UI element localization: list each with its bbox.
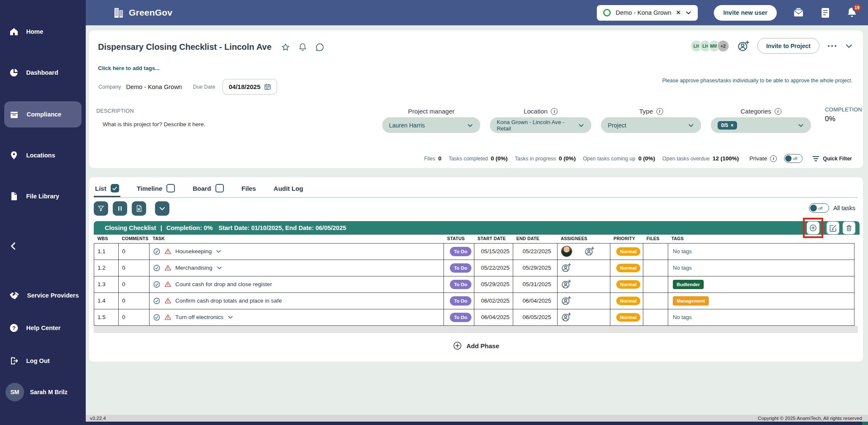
- delete-phase-button[interactable]: [843, 222, 855, 234]
- info-icon[interactable]: i: [770, 155, 777, 162]
- status-pill[interactable]: To Do: [450, 263, 472, 273]
- check-circle-icon[interactable]: [153, 281, 161, 288]
- chevron-down-icon[interactable]: [215, 248, 222, 254]
- sidebar-item-log-out[interactable]: Log Out: [0, 351, 86, 371]
- invite-to-project-button[interactable]: Invite to Project: [757, 38, 819, 54]
- list-checkbox[interactable]: [111, 184, 119, 192]
- check-circle-icon[interactable]: [153, 264, 161, 272]
- task-name[interactable]: Turn off electronics: [175, 314, 223, 320]
- more-options-icon[interactable]: [827, 44, 837, 48]
- chip-close-icon[interactable]: ×: [731, 122, 734, 128]
- files-cell[interactable]: [643, 309, 668, 325]
- end-date-cell[interactable]: 06/05/2025: [513, 309, 558, 325]
- tab-files[interactable]: Files: [240, 184, 257, 197]
- tab-board[interactable]: Board: [191, 183, 225, 197]
- add-assignee-icon[interactable]: [561, 312, 571, 322]
- end-date-cell[interactable]: 06/04/2025: [513, 292, 558, 309]
- check-circle-icon[interactable]: [153, 248, 161, 255]
- notes-icon[interactable]: [820, 7, 830, 19]
- sidebar-item-compliance[interactable]: Compliance: [4, 101, 82, 127]
- end-date-cell[interactable]: 05/29/2025: [513, 260, 558, 276]
- end-date-cell[interactable]: 05/22/2025: [513, 243, 558, 260]
- files-cell[interactable]: [643, 243, 668, 260]
- task-name[interactable]: Confirm cash drop totals and place in sa…: [175, 298, 282, 304]
- tag-pill[interactable]: Budtender: [673, 280, 704, 289]
- comments-cell[interactable]: 0: [119, 260, 150, 276]
- task-name[interactable]: Merchandising: [175, 265, 212, 271]
- comments-cell[interactable]: 0: [119, 243, 150, 260]
- categories-chip[interactable]: 0/5×: [718, 121, 737, 130]
- task-name[interactable]: Housekeeping: [175, 248, 212, 254]
- priority-pill[interactable]: Normal: [616, 297, 641, 305]
- private-toggle[interactable]: off: [784, 154, 803, 163]
- sidebar-collapse-button[interactable]: [0, 236, 86, 256]
- all-tasks-toggle[interactable]: off: [809, 203, 829, 213]
- location-select[interactable]: Kona Grown - Lincoln Ave - Retail: [490, 117, 591, 133]
- files-cell[interactable]: [643, 260, 668, 276]
- add-member-icon[interactable]: [737, 40, 750, 52]
- company-selector[interactable]: Demo - Kona Grown ✕: [597, 5, 698, 21]
- comment-icon[interactable]: [315, 43, 324, 52]
- sidebar-item-help-center[interactable]: ? Help Center: [0, 318, 86, 338]
- end-date-cell[interactable]: 05/31/2025: [513, 276, 558, 292]
- priority-pill[interactable]: Normal: [616, 280, 641, 289]
- comments-cell[interactable]: 0: [119, 292, 150, 309]
- edit-phase-button[interactable]: [827, 222, 839, 234]
- clear-company-icon[interactable]: ✕: [676, 9, 681, 16]
- sidebar-item-service-providers[interactable]: Service Providers: [0, 285, 86, 306]
- filter-button[interactable]: [94, 201, 108, 216]
- chevron-down-icon[interactable]: [227, 314, 234, 320]
- horizontal-scrollbar[interactable]: [94, 326, 858, 333]
- info-icon[interactable]: i: [551, 108, 558, 115]
- start-date-cell[interactable]: 06/04/2025: [474, 309, 513, 325]
- check-circle-icon[interactable]: [153, 297, 161, 305]
- timeline-checkbox[interactable]: [166, 184, 175, 192]
- star-icon[interactable]: [281, 43, 290, 52]
- info-icon[interactable]: i: [775, 108, 781, 115]
- type-select[interactable]: Project: [601, 117, 701, 133]
- assignee-avatar-photo[interactable]: [561, 246, 572, 257]
- priority-pill[interactable]: Normal: [616, 247, 641, 256]
- tab-list[interactable]: List: [94, 183, 120, 197]
- add-phase-button[interactable]: Add Phase: [89, 341, 863, 350]
- bell-outline-icon[interactable]: [298, 43, 307, 52]
- add-assignee-icon[interactable]: [584, 246, 595, 257]
- priority-pill[interactable]: Normal: [616, 264, 641, 272]
- start-date-cell[interactable]: 05/29/2025: [474, 276, 513, 292]
- board-checkbox[interactable]: [215, 184, 224, 192]
- start-date-cell[interactable]: 05/15/2025: [474, 243, 513, 260]
- info-icon[interactable]: i: [656, 108, 663, 115]
- sidebar-item-file-library[interactable]: File Library: [0, 186, 86, 206]
- member-avatars[interactable]: LH LH MW +2: [690, 40, 729, 52]
- task-name[interactable]: Count cash for drop and close register: [175, 281, 272, 287]
- export-excel-button[interactable]: [132, 201, 146, 216]
- description-placeholder[interactable]: What is this project for? Describe it he…: [103, 121, 205, 127]
- project-manager-select[interactable]: Lauren Harris: [382, 117, 480, 133]
- sidebar-item-locations[interactable]: Locations: [0, 145, 86, 165]
- check-circle-icon[interactable]: [153, 314, 161, 321]
- status-pill[interactable]: To Do: [450, 296, 472, 306]
- collapse-card-icon[interactable]: [845, 42, 853, 50]
- invite-new-user-button[interactable]: Invite new user: [714, 5, 777, 21]
- status-pill[interactable]: To Do: [450, 247, 472, 256]
- add-assignee-icon[interactable]: [561, 295, 571, 306]
- priority-pill[interactable]: Normal: [616, 313, 641, 322]
- add-task-button[interactable]: [807, 222, 819, 234]
- tags-cell[interactable]: No tags: [673, 248, 692, 254]
- add-assignee-icon[interactable]: [561, 263, 571, 273]
- chevron-down-icon[interactable]: [685, 9, 692, 16]
- tag-pill[interactable]: Management: [673, 296, 709, 306]
- due-date-field[interactable]: 04/18/2025: [223, 79, 277, 95]
- files-cell[interactable]: [643, 292, 668, 309]
- status-pill[interactable]: To Do: [450, 313, 472, 322]
- comments-cell[interactable]: 0: [119, 309, 150, 325]
- add-assignee-icon[interactable]: [561, 279, 571, 290]
- pause-button[interactable]: [113, 201, 127, 216]
- status-pill[interactable]: To Do: [450, 280, 472, 289]
- tab-audit-log[interactable]: Audit Log: [272, 184, 305, 197]
- chevron-down-icon[interactable]: [216, 265, 223, 271]
- start-date-cell[interactable]: 06/02/2025: [474, 292, 513, 309]
- tags-cell[interactable]: No tags: [673, 265, 692, 271]
- phase-header[interactable]: Closing Checklist | Completion: 0% Start…: [94, 221, 860, 235]
- start-date-cell[interactable]: 05/22/2025: [474, 260, 513, 276]
